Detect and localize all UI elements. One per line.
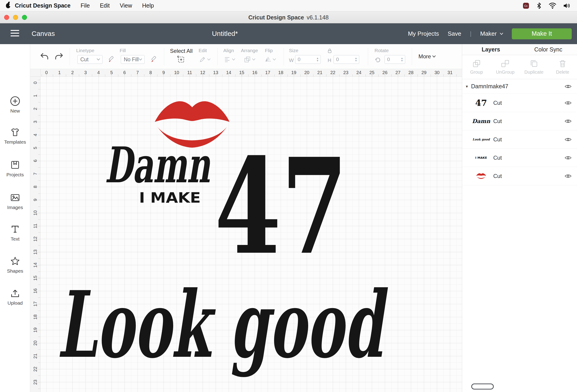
ruler-number: 25 — [369, 70, 374, 75]
eye-icon[interactable] — [565, 155, 572, 160]
sidebar-item-new[interactable]: New — [0, 96, 30, 114]
eye-icon[interactable] — [565, 174, 572, 178]
layer-group-header[interactable]: ▾ DamnImake47 — [462, 79, 577, 94]
lips-thumbnail-icon — [476, 173, 486, 179]
artwork-word-lookgood: Look good — [57, 271, 388, 378]
make-it-button[interactable]: Make It — [512, 28, 572, 39]
ruler-number: 8 — [149, 70, 152, 75]
chevron-down-icon — [500, 33, 503, 35]
ruler-number: 1 — [33, 94, 38, 97]
menu-edit[interactable]: Edit — [100, 2, 109, 9]
wifi-icon[interactable] — [549, 3, 556, 9]
tshirt-icon — [10, 127, 20, 138]
hamburger-menu-icon[interactable] — [10, 30, 19, 37]
ruler-number: 5 — [110, 70, 113, 75]
more-menu-button[interactable]: More — [418, 53, 436, 60]
canvas-artwork[interactable]: Damn I MAKE 47 Look good — [40, 77, 462, 392]
chevron-down-icon — [433, 55, 436, 58]
fill-swatch-icon[interactable] — [150, 56, 157, 63]
select-all-button[interactable]: Select All — [170, 48, 193, 54]
ruler-number: 1 — [58, 70, 61, 75]
ruler-number: 8 — [33, 186, 38, 188]
ruler-number: 9 — [162, 70, 165, 75]
height-stepper[interactable]: ▲▼ — [354, 56, 358, 63]
save-link[interactable]: Save — [448, 30, 461, 37]
tab-color-sync[interactable]: Color Sync — [520, 44, 577, 55]
layer-group-name: DamnImake47 — [471, 83, 565, 90]
tab-layers[interactable]: Layers — [462, 44, 520, 55]
my-projects-link[interactable]: My Projects — [408, 30, 439, 37]
pencil-icon — [199, 56, 206, 63]
eye-icon[interactable] — [565, 101, 572, 105]
ruler-number: 18 — [278, 70, 283, 75]
layer-thumb-47: 47 — [475, 98, 487, 108]
left-ruler-ticks — [38, 77, 40, 392]
menubar-app-name[interactable]: Cricut Design Space — [15, 2, 71, 9]
ruler-number: 12 — [200, 70, 205, 75]
panel-bottom-pill[interactable] — [471, 384, 494, 390]
linetype-select[interactable]: Cut — [77, 55, 103, 64]
sidebar-item-text[interactable]: Text — [0, 224, 30, 242]
undo-icon[interactable] — [40, 52, 49, 61]
width-stepper[interactable]: ▲▼ — [316, 56, 319, 63]
volume-icon[interactable] — [563, 3, 570, 9]
sidebar-item-shapes[interactable]: Shapes — [0, 256, 30, 274]
flip-label[interactable]: Flip — [265, 48, 273, 53]
align-icon — [224, 56, 231, 63]
document-title[interactable]: Untitled* — [212, 30, 238, 37]
app-header: Canvas Untitled* My Projects Save | Make… — [0, 23, 577, 44]
ruler-number: 23 — [343, 70, 348, 75]
eye-icon[interactable] — [565, 119, 572, 123]
ruler-number: 31 — [447, 70, 453, 75]
layer-row-imake[interactable]: I MAKE Cut — [462, 149, 577, 167]
ruler-corner — [30, 69, 40, 77]
layer-row-lookgood[interactable]: Look good Cut — [462, 130, 577, 149]
group-button[interactable]: Group — [462, 55, 491, 79]
layer-row-47[interactable]: 47 Cut — [462, 94, 577, 112]
collapse-triangle-icon[interactable]: ▾ — [466, 84, 468, 89]
chevron-down-icon — [97, 58, 100, 61]
ruler-number: 13 — [213, 70, 218, 75]
align-label[interactable]: Align — [223, 48, 234, 53]
ruler-number: 10 — [33, 211, 38, 215]
ruler-number: 2 — [33, 107, 38, 110]
ruler-number: 0 — [45, 70, 48, 75]
trash-icon — [558, 60, 567, 68]
apple-icon[interactable] — [6, 3, 10, 8]
linetype-swatch-icon[interactable] — [107, 56, 115, 63]
sidebar-item-projects[interactable]: Projects — [0, 160, 30, 178]
flip-menu-button[interactable] — [264, 56, 276, 63]
ungroup-button[interactable]: UnGroup — [491, 55, 520, 79]
delete-button[interactable]: Delete — [548, 55, 577, 79]
menubar-status-icons: Cc — [523, 2, 570, 9]
arrange-menu-button[interactable] — [244, 56, 255, 63]
arrange-label[interactable]: Arrange — [241, 48, 258, 53]
rotate-icon[interactable] — [374, 57, 381, 63]
layer-row-damn[interactable]: Damn Cut — [462, 112, 577, 130]
edit-menu-button[interactable] — [199, 56, 211, 63]
arrange-icon — [244, 56, 251, 63]
lock-icon[interactable] — [327, 48, 333, 54]
rotate-stepper[interactable]: ▲▼ — [400, 56, 404, 63]
select-all-icon[interactable] — [177, 56, 185, 63]
menu-view[interactable]: View — [120, 2, 132, 9]
sidebar-item-images[interactable]: Images — [0, 192, 30, 210]
eye-icon[interactable] — [565, 84, 572, 89]
eye-icon[interactable] — [565, 137, 572, 142]
machine-selector[interactable]: Maker — [480, 30, 503, 37]
sidebar-item-upload[interactable]: Upload — [0, 288, 30, 306]
sidebar-item-templates[interactable]: Templates — [0, 127, 30, 145]
menu-file[interactable]: File — [80, 2, 90, 9]
redo-icon[interactable] — [54, 52, 64, 61]
fill-select[interactable]: No Fill — [121, 55, 144, 64]
duplicate-button[interactable]: Duplicate — [520, 55, 548, 79]
canvas-grid[interactable]: Damn I MAKE 47 Look good — [40, 77, 462, 392]
align-menu-button[interactable] — [224, 56, 235, 63]
svg-text:Cc: Cc — [524, 4, 528, 7]
layer-row-lips[interactable]: Cut — [462, 167, 577, 185]
menu-help[interactable]: Help — [142, 2, 154, 9]
creative-cloud-icon[interactable]: Cc — [523, 2, 529, 9]
edit-label[interactable]: Edit — [199, 48, 207, 53]
bluetooth-icon[interactable] — [536, 2, 542, 9]
ruler-number: 17 — [265, 70, 270, 75]
